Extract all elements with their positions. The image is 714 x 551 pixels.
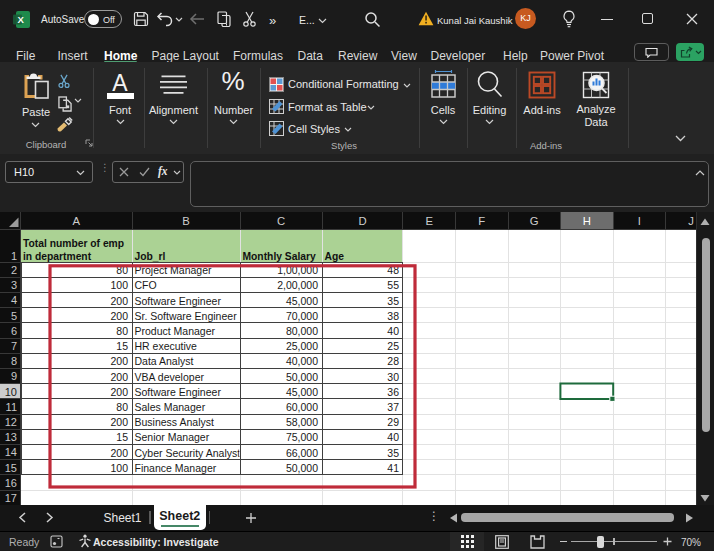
svg-text:3: 3	[11, 279, 17, 291]
svg-text:200: 200	[110, 386, 128, 398]
svg-text:40: 40	[387, 325, 399, 337]
svg-text:70,000: 70,000	[286, 310, 318, 322]
svg-text:J: J	[688, 215, 694, 227]
svg-text:40,000: 40,000	[286, 355, 318, 367]
svg-text:15: 15	[116, 431, 128, 443]
svg-text:in department: in department	[23, 251, 92, 262]
svg-text:35: 35	[387, 447, 399, 459]
svg-text:G: G	[530, 215, 539, 227]
svg-text:45,000: 45,000	[286, 295, 318, 307]
svg-text:8: 8	[11, 355, 17, 367]
svg-text:41: 41	[387, 462, 399, 474]
svg-text:C: C	[277, 215, 285, 227]
svg-text:6: 6	[11, 325, 17, 337]
svg-text:Sales Manager: Sales Manager	[135, 401, 206, 413]
svg-text:16: 16	[5, 477, 17, 489]
svg-text:E: E	[425, 215, 433, 227]
svg-text:80,000: 80,000	[286, 325, 318, 337]
svg-text:Business Analyst: Business Analyst	[135, 416, 214, 428]
svg-text:5: 5	[11, 310, 17, 322]
svg-text:50,000: 50,000	[286, 462, 318, 474]
svg-text:200: 200	[110, 447, 128, 459]
svg-text:Senior Manager: Senior Manager	[135, 431, 210, 443]
svg-text:15: 15	[5, 462, 17, 474]
svg-text:9: 9	[11, 370, 17, 382]
svg-text:Product Manager: Product Manager	[135, 325, 216, 337]
svg-text:4: 4	[11, 294, 17, 306]
svg-text:66,000: 66,000	[286, 447, 318, 459]
svg-text:14: 14	[5, 446, 17, 458]
svg-text:2: 2	[11, 264, 17, 276]
svg-text:11: 11	[6, 401, 17, 413]
svg-text:Sr. Software Engineer: Sr. Software Engineer	[135, 310, 238, 322]
svg-text:200: 200	[110, 355, 128, 367]
svg-text:A: A	[72, 215, 80, 227]
svg-text:38: 38	[387, 310, 399, 322]
svg-text:12: 12	[5, 416, 17, 428]
svg-text:1: 1	[11, 250, 17, 262]
svg-text:7: 7	[11, 340, 17, 352]
svg-text:Job_rl: Job_rl	[135, 251, 166, 262]
svg-text:60,000: 60,000	[286, 401, 318, 413]
svg-text:25: 25	[387, 340, 399, 352]
svg-text:200: 200	[110, 295, 128, 307]
svg-text:29: 29	[387, 416, 399, 428]
svg-text:45,000: 45,000	[286, 386, 318, 398]
svg-text:Monthly Salary: Monthly Salary	[243, 251, 317, 262]
svg-text:40: 40	[387, 431, 399, 443]
svg-text:Age: Age	[325, 251, 345, 262]
svg-text:Finance Manager: Finance Manager	[135, 462, 217, 474]
svg-text:Software Engineer: Software Engineer	[135, 295, 222, 307]
svg-text:100: 100	[110, 279, 128, 291]
svg-text:200: 200	[110, 371, 128, 383]
svg-text:CFO: CFO	[135, 279, 157, 291]
svg-text:D: D	[358, 215, 366, 227]
svg-text:75,000: 75,000	[286, 431, 318, 443]
svg-text:Software Engineer: Software Engineer	[135, 386, 222, 398]
svg-text:10: 10	[5, 386, 17, 398]
svg-text:Data Analyst: Data Analyst	[135, 355, 194, 367]
svg-text:Total number of emp: Total number of emp	[23, 238, 124, 249]
svg-text:HR executive: HR executive	[135, 340, 198, 352]
svg-text:F: F	[478, 215, 485, 227]
svg-text:Cyber Security Analyst: Cyber Security Analyst	[135, 447, 241, 459]
svg-text:B: B	[182, 215, 190, 227]
svg-text:I: I	[638, 215, 641, 227]
svg-text:200: 200	[110, 416, 128, 428]
svg-text:36: 36	[387, 386, 399, 398]
svg-text:13: 13	[5, 431, 17, 443]
svg-text:28: 28	[387, 355, 399, 367]
svg-text:50,000: 50,000	[286, 371, 318, 383]
svg-text:VBA developer: VBA developer	[135, 371, 205, 383]
svg-text:25,000: 25,000	[286, 340, 318, 352]
svg-text:80: 80	[116, 401, 128, 413]
svg-text:2,00,000: 2,00,000	[277, 279, 318, 291]
svg-text:58,000: 58,000	[286, 416, 318, 428]
svg-text:H: H	[583, 215, 591, 227]
svg-text:37: 37	[387, 401, 399, 413]
svg-text:35: 35	[387, 295, 399, 307]
svg-text:X: X	[18, 14, 25, 25]
svg-text:55: 55	[387, 279, 399, 291]
svg-text:17: 17	[5, 492, 17, 504]
svg-text:15: 15	[116, 340, 128, 352]
svg-text:80: 80	[116, 325, 128, 337]
svg-text:200: 200	[110, 310, 128, 322]
svg-text:100: 100	[110, 462, 128, 474]
svg-text:30: 30	[387, 371, 399, 383]
